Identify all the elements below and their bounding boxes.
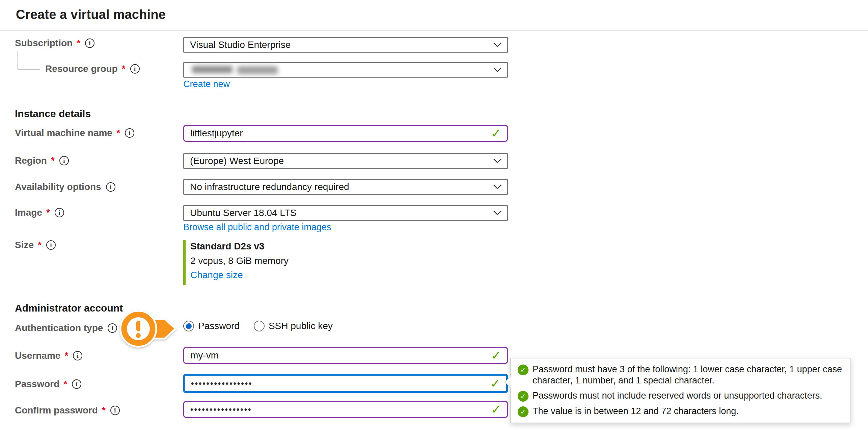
valid-checkmark-icon: ✓ bbox=[491, 126, 501, 141]
required-asterisk: * bbox=[121, 63, 126, 74]
required-asterisk: * bbox=[76, 38, 80, 49]
required-asterisk: * bbox=[116, 128, 120, 138]
region-select[interactable]: (Europe) West Europe bbox=[183, 153, 508, 169]
info-icon[interactable]: i bbox=[108, 323, 117, 333]
vm-name-value: littlestjupyter bbox=[190, 128, 243, 139]
change-size-link[interactable]: Change size bbox=[190, 270, 243, 280]
radio-unselected-icon bbox=[254, 321, 265, 331]
size-label: Size * i bbox=[15, 240, 56, 250]
browse-images-link[interactable]: Browse all public and private images bbox=[183, 222, 331, 233]
success-check-icon: ✓ bbox=[518, 365, 528, 375]
valid-checkmark-icon: ✓ bbox=[491, 402, 501, 417]
username-input[interactable]: my-vm ✓ bbox=[183, 347, 508, 364]
valid-checkmark-icon: ✓ bbox=[490, 376, 501, 391]
info-icon[interactable]: i bbox=[73, 351, 82, 360]
confirm-password-input[interactable]: •••••••••••••••• ✓ bbox=[183, 401, 508, 418]
required-asterisk: * bbox=[64, 350, 68, 361]
chevron-down-icon bbox=[493, 158, 502, 164]
required-asterisk: * bbox=[50, 155, 55, 166]
vm-name-label: Virtual machine name * i bbox=[15, 128, 134, 138]
resource-group-redacted-value bbox=[190, 64, 291, 76]
required-asterisk: * bbox=[37, 240, 42, 250]
required-asterisk: * bbox=[46, 207, 50, 218]
subscription-select[interactable]: Visual Studio Enterprise bbox=[183, 37, 508, 53]
radio-selected-icon bbox=[183, 321, 194, 331]
chevron-down-icon bbox=[493, 42, 502, 48]
tooltip-item: ✓ The value is in between 12 and 72 char… bbox=[518, 406, 844, 417]
info-icon[interactable]: i bbox=[106, 182, 115, 192]
availability-options-select[interactable]: No infrastructure redundancy required bbox=[183, 179, 508, 195]
vm-name-input[interactable]: littlestjupyter ✓ bbox=[183, 125, 508, 142]
instance-details-header: Instance details bbox=[15, 108, 91, 119]
info-icon[interactable]: i bbox=[110, 406, 120, 415]
subscription-label: Subscription * i bbox=[15, 38, 94, 49]
image-label: Image * i bbox=[15, 207, 64, 218]
info-icon[interactable]: i bbox=[130, 64, 140, 74]
chevron-down-icon bbox=[493, 210, 502, 216]
tooltip-item: ✓ Passwords must not include reserved wo… bbox=[518, 390, 844, 402]
size-accent-bar bbox=[183, 240, 186, 285]
success-check-icon: ✓ bbox=[518, 406, 528, 417]
page-title: Create a virtual machine bbox=[16, 7, 166, 22]
success-check-icon: ✓ bbox=[518, 391, 528, 402]
password-input[interactable]: •••••••••••••••• ✓ bbox=[183, 374, 508, 393]
availability-options-label: Availability options i bbox=[15, 182, 115, 192]
authentication-type-radio-group: Password SSH public key bbox=[183, 321, 333, 331]
info-icon[interactable]: i bbox=[46, 240, 56, 250]
region-value: (Europe) West Europe bbox=[190, 156, 284, 166]
header-divider bbox=[0, 30, 868, 31]
info-icon[interactable]: i bbox=[85, 38, 94, 48]
confirm-password-masked-value: •••••••••••••••• bbox=[190, 405, 252, 414]
radio-ssh-public-key[interactable]: SSH public key bbox=[254, 321, 333, 331]
username-value: my-vm bbox=[190, 350, 219, 361]
resource-group-select[interactable] bbox=[183, 62, 508, 78]
administrator-account-header: Administrator account bbox=[15, 302, 123, 314]
info-icon[interactable]: i bbox=[55, 208, 64, 217]
required-asterisk: * bbox=[101, 405, 106, 416]
image-select[interactable]: Ubuntu Server 18.04 LTS bbox=[183, 205, 508, 221]
required-asterisk: * bbox=[63, 379, 67, 389]
valid-checkmark-icon: ✓ bbox=[491, 348, 501, 363]
create-new-link[interactable]: Create new bbox=[183, 79, 230, 89]
username-label: Username * i bbox=[15, 350, 82, 361]
radio-password[interactable]: Password bbox=[183, 321, 240, 331]
password-requirements-tooltip: ✓ Password must have 3 of the following:… bbox=[510, 358, 851, 423]
confirm-password-label: Confirm password * i bbox=[15, 405, 120, 416]
password-masked-value: •••••••••••••••• bbox=[191, 379, 252, 388]
warning-annotation-icon bbox=[117, 308, 182, 352]
subscription-value: Visual Studio Enterprise bbox=[190, 39, 291, 50]
subscription-resource-connector bbox=[18, 51, 40, 70]
image-value: Ubuntu Server 18.04 LTS bbox=[190, 208, 296, 218]
authentication-type-label: Authentication type i bbox=[15, 323, 117, 333]
info-icon[interactable]: i bbox=[125, 128, 134, 138]
size-name: Standard D2s v3 bbox=[190, 241, 264, 252]
password-label: Password * i bbox=[15, 379, 81, 389]
chevron-down-icon bbox=[493, 184, 502, 190]
tooltip-item: ✓ Password must have 3 of the following:… bbox=[518, 364, 844, 386]
resource-group-label: Resource group * i bbox=[45, 63, 140, 74]
size-specs: 2 vcpus, 8 GiB memory bbox=[190, 256, 289, 266]
chevron-down-icon bbox=[493, 67, 502, 73]
availability-options-value: No infrastructure redundancy required bbox=[190, 182, 349, 192]
region-label: Region * i bbox=[15, 155, 69, 166]
info-icon[interactable]: i bbox=[59, 156, 69, 165]
info-icon[interactable]: i bbox=[72, 379, 81, 389]
